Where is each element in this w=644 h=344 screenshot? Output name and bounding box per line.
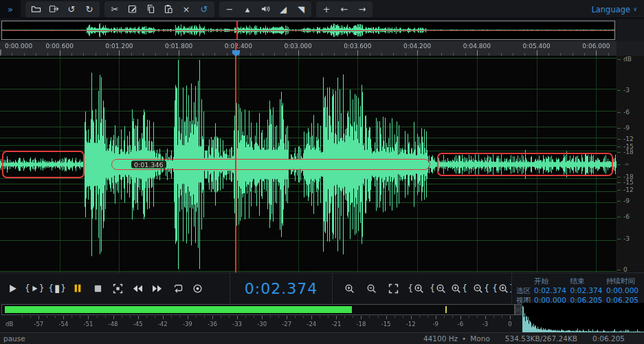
rewind-button[interactable] xyxy=(128,278,148,299)
overview-waveform-canvas[interactable] xyxy=(2,21,614,39)
db-axis-label: -9 xyxy=(623,125,630,131)
channel-mode-label: Mono xyxy=(470,334,490,343)
playhead-line[interactable] xyxy=(235,43,236,272)
fade-in-button[interactable]: ◢ xyxy=(274,1,292,17)
record-icon xyxy=(192,283,203,294)
db-axis-label: dB xyxy=(623,56,632,63)
toolbar-group-insert: +←→ xyxy=(316,1,373,17)
zoom-selection-button[interactable]: {} xyxy=(493,278,513,299)
redo-button[interactable]: ↻ xyxy=(80,1,98,17)
export-button[interactable] xyxy=(45,1,63,17)
meter-scroll-up-button[interactable] xyxy=(515,304,522,310)
zoom-in-selection-start-button[interactable]: { xyxy=(406,278,425,299)
volume-up-icon: ▴ xyxy=(245,5,250,14)
zoom-out-selection-end-icon xyxy=(473,283,483,294)
zoom-fit-button[interactable] xyxy=(384,278,403,299)
db-axis-tick xyxy=(617,164,621,165)
copy-button[interactable] xyxy=(142,1,159,17)
status-separator: • xyxy=(462,334,466,343)
play-region-icon: ▮ xyxy=(54,283,60,294)
db-axis-tick xyxy=(617,112,621,113)
db-axis-label: -6 xyxy=(623,213,630,220)
status-bar: pause 44100 Hz • Mono 534.53KB/267.24KB … xyxy=(0,332,644,344)
stop-button[interactable] xyxy=(88,278,108,299)
zoom-in-icon xyxy=(344,283,355,294)
language-menu[interactable]: Language ∨ xyxy=(591,0,637,19)
zoom-fit-icon xyxy=(388,283,399,294)
zoom-out-icon xyxy=(366,283,377,294)
level-meter-peak-indicator xyxy=(445,306,447,313)
zoom-out-button[interactable] xyxy=(362,278,381,299)
fade-out-button[interactable]: ◥ xyxy=(292,1,310,17)
stop-icon xyxy=(93,284,102,293)
db-axis-tick xyxy=(617,177,621,178)
nav-left-button[interactable]: ← xyxy=(335,1,353,17)
timeline-ruler[interactable] xyxy=(0,41,644,56)
loop-button[interactable] xyxy=(168,278,188,299)
delete-button[interactable]: × xyxy=(177,1,195,17)
nav-right-button[interactable]: → xyxy=(353,1,371,17)
selection-start-value: 0:02.374 xyxy=(534,286,570,296)
selection-duration-value: 0:00.000 xyxy=(606,286,639,296)
cut-button[interactable]: ✂ xyxy=(106,1,124,17)
open-file-button[interactable] xyxy=(27,1,45,17)
db-axis-tick xyxy=(617,217,621,217)
zoom-in-selection-end-button[interactable]: { xyxy=(449,278,469,299)
record-button[interactable] xyxy=(188,278,208,299)
expand-toolbar-icon: » xyxy=(8,5,13,14)
chevron-down-icon: ∨ xyxy=(633,6,637,12)
forward-button[interactable] xyxy=(148,278,168,299)
overview-strip[interactable] xyxy=(1,21,615,40)
volume-up-button[interactable]: ▴ xyxy=(238,1,256,17)
info-header-start: 开始 xyxy=(534,277,570,286)
zoom-in-button[interactable] xyxy=(340,278,359,299)
expand-toolbar-button[interactable]: » xyxy=(1,1,19,17)
speaker-button[interactable] xyxy=(256,1,274,17)
meter-scroll-down-button[interactable] xyxy=(515,310,522,316)
meter-scroll-widget xyxy=(515,304,522,315)
info-row-selection-label: 选区 xyxy=(516,286,534,296)
play-icon xyxy=(8,283,18,294)
sample-rate-label: 44100 Hz xyxy=(423,334,458,343)
db-axis-tick xyxy=(617,147,621,147)
zoom-out-selection-start-icon xyxy=(436,283,446,294)
overview-panel xyxy=(0,19,644,41)
zoom-out-selection-start-button[interactable]: { xyxy=(428,278,447,299)
db-axis-label: -18 xyxy=(623,149,634,155)
zoom-controls: {{{{{} xyxy=(333,273,511,303)
brace-decoration: } xyxy=(60,284,66,292)
audio-editor-window: »↺↻✂×↺−▴◢◥+←→ Language ∨ 0:01.346 dB-3-6… xyxy=(0,0,644,344)
db-axis-tick xyxy=(617,182,621,183)
waveform-view: 0:01.346 dB-3-6-9-12-15-18-∞-18-15-12-9-… xyxy=(0,56,644,272)
restore-button[interactable]: ↺ xyxy=(195,1,213,17)
add-button[interactable]: + xyxy=(318,1,335,17)
play-button[interactable] xyxy=(3,278,23,299)
undo-icon: ↺ xyxy=(68,5,76,14)
frame-selection-button[interactable] xyxy=(108,278,128,299)
pause-button[interactable] xyxy=(68,278,88,299)
toolbar-group-file: ↺↻ xyxy=(25,1,100,17)
play-selection-button[interactable]: {} xyxy=(23,278,46,299)
db-axis-tick xyxy=(617,128,621,129)
play-region-button[interactable]: {▮} xyxy=(46,278,68,299)
toolbar-groups: »↺↻✂×↺−▴◢◥+←→ xyxy=(0,0,373,18)
rewind-icon xyxy=(132,284,143,293)
selection-region-right[interactable] xyxy=(437,153,613,176)
zoom-out-selection-end-button[interactable]: { xyxy=(471,278,491,299)
play-selection-icon xyxy=(31,285,38,292)
frame-selection-icon xyxy=(113,283,123,294)
db-axis-label: -9 xyxy=(623,197,630,204)
db-axis-label: -12 xyxy=(623,186,634,193)
brace-decoration: } xyxy=(39,284,45,292)
zoom-selection-icon xyxy=(498,283,509,294)
selection-region-left[interactable] xyxy=(2,151,85,178)
paste-button[interactable] xyxy=(159,1,177,17)
time-display: 0:02.374 xyxy=(230,273,333,303)
volume-down-button[interactable]: − xyxy=(221,1,238,17)
undo-button[interactable]: ↺ xyxy=(63,1,80,17)
db-axis-label: -15 xyxy=(623,179,634,186)
timeline-ruler-canvas[interactable] xyxy=(0,41,617,56)
edit-selection-button[interactable] xyxy=(124,1,142,17)
selection-region-middle[interactable]: 0:01.346 xyxy=(111,159,430,170)
info-header-end: 结束 xyxy=(570,277,606,286)
